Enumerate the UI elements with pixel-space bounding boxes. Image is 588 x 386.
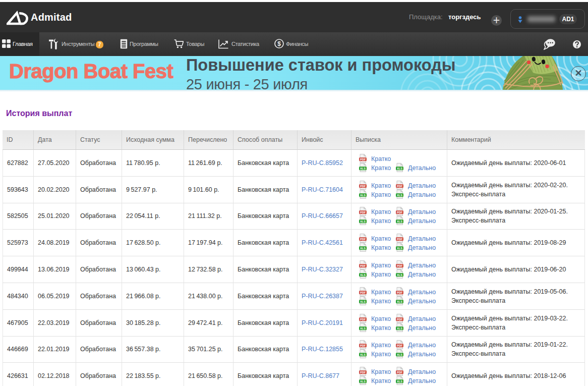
- svg-text:$: $: [277, 40, 281, 47]
